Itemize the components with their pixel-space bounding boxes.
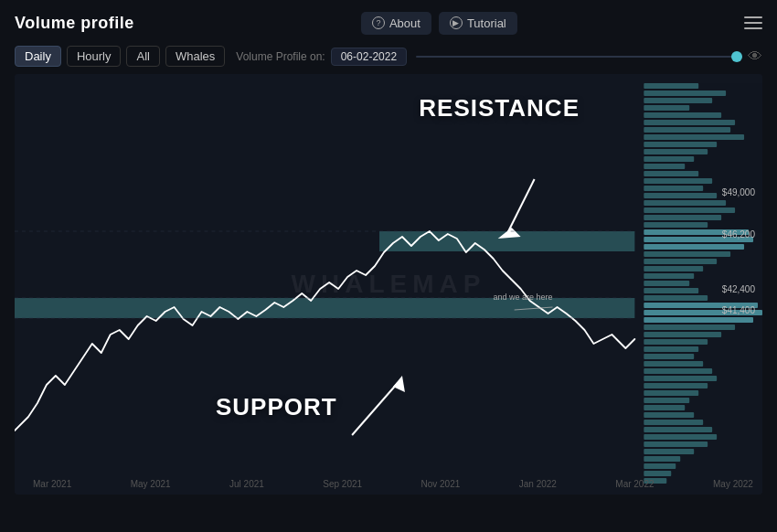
x-label-nov2021: Nov 2021 — [421, 479, 461, 489]
svg-rect-54 — [644, 456, 680, 462]
x-label-may2022: May 2022 — [713, 479, 753, 489]
svg-rect-23 — [644, 229, 749, 235]
about-button[interactable]: ? About — [361, 12, 431, 35]
svg-rect-27 — [644, 259, 717, 264]
svg-rect-49 — [644, 420, 703, 425]
eye-icon[interactable]: 👁 — [748, 48, 762, 65]
tutorial-icon: ▶ — [450, 16, 463, 29]
date-badge: 06-02-2022 — [331, 48, 407, 66]
slider-track — [416, 56, 742, 58]
svg-rect-19 — [644, 200, 726, 206]
volume-profile-label: Volume Profile on: — [236, 50, 325, 63]
svg-rect-41 — [644, 361, 703, 367]
svg-rect-30 — [644, 281, 689, 286]
tutorial-button[interactable]: ▶ Tutorial — [439, 12, 517, 35]
svg-rect-11 — [644, 142, 717, 147]
tab-daily[interactable]: Daily — [15, 46, 61, 67]
resistance-label: RESISTANCE — [419, 94, 580, 122]
svg-rect-34 — [644, 310, 762, 315]
svg-rect-37 — [644, 332, 721, 337]
toolbar: Daily Hourly All Whales Volume Profile o… — [0, 46, 777, 74]
svg-rect-22 — [644, 222, 708, 228]
svg-rect-28 — [644, 266, 703, 271]
slider-thumb — [731, 51, 742, 62]
chart-container: WHALEMAP RESISTANCE SUPPORT and we are h… — [15, 74, 762, 495]
menu-icon[interactable] — [744, 16, 762, 29]
svg-rect-45 — [644, 390, 698, 396]
svg-rect-53 — [644, 449, 694, 454]
svg-rect-15 — [644, 171, 698, 176]
svg-rect-18 — [644, 193, 717, 198]
x-label-mar2022: Mar 2022 — [615, 479, 654, 489]
svg-rect-9 — [644, 127, 730, 133]
svg-rect-24 — [644, 237, 753, 242]
svg-rect-8 — [644, 120, 735, 125]
svg-rect-32 — [644, 295, 708, 301]
svg-rect-7 — [644, 112, 721, 118]
svg-rect-29 — [644, 273, 694, 279]
svg-rect-12 — [644, 149, 708, 154]
x-axis-labels: Mar 2021 May 2021 Jul 2021 Sep 2021 Nov … — [15, 479, 762, 489]
svg-rect-56 — [644, 471, 671, 476]
svg-rect-40 — [644, 354, 694, 359]
x-label-mar2021: Mar 2021 — [33, 479, 71, 489]
svg-rect-43 — [644, 376, 717, 381]
header-buttons: ? About ▶ Tutorial — [361, 12, 517, 35]
x-label-may2021: May 2021 — [131, 479, 171, 489]
svg-rect-3 — [644, 83, 698, 89]
date-slider[interactable] — [416, 56, 742, 58]
tab-whales[interactable]: Whales — [165, 46, 225, 67]
x-label-jul2021: Jul 2021 — [229, 479, 264, 489]
svg-rect-50 — [644, 427, 712, 432]
svg-rect-36 — [644, 325, 735, 330]
svg-rect-6 — [644, 105, 689, 111]
tab-all[interactable]: All — [126, 46, 159, 67]
svg-rect-35 — [644, 317, 753, 323]
header: Volume profile ? About ▶ Tutorial — [0, 0, 777, 46]
svg-rect-55 — [644, 463, 676, 469]
svg-rect-38 — [644, 339, 708, 345]
svg-rect-26 — [644, 251, 730, 257]
support-label: SUPPORT — [216, 393, 337, 421]
svg-rect-25 — [644, 244, 744, 250]
svg-rect-13 — [644, 156, 694, 162]
x-label-sep2021: Sep 2021 — [323, 479, 362, 489]
tab-hourly[interactable]: Hourly — [67, 46, 122, 67]
svg-rect-46 — [644, 398, 689, 403]
svg-rect-20 — [644, 207, 735, 213]
svg-rect-47 — [644, 405, 685, 410]
svg-rect-17 — [644, 186, 703, 191]
svg-rect-39 — [644, 346, 698, 352]
svg-rect-14 — [644, 164, 685, 169]
chart-svg — [15, 74, 762, 495]
svg-rect-44 — [644, 383, 708, 388]
svg-rect-5 — [644, 98, 712, 103]
svg-rect-31 — [644, 288, 698, 293]
svg-rect-52 — [644, 442, 708, 447]
svg-rect-42 — [644, 368, 712, 374]
x-label-jan2022: Jan 2022 — [519, 479, 557, 489]
svg-rect-16 — [644, 178, 712, 184]
svg-rect-48 — [644, 412, 694, 418]
about-icon: ? — [372, 16, 385, 29]
svg-rect-33 — [644, 303, 758, 308]
svg-rect-4 — [644, 90, 726, 96]
app-title: Volume profile — [15, 14, 134, 33]
svg-rect-51 — [644, 434, 717, 440]
svg-rect-10 — [644, 134, 744, 140]
we-are-here-label: and we are here — [494, 293, 553, 302]
svg-rect-21 — [644, 215, 721, 220]
